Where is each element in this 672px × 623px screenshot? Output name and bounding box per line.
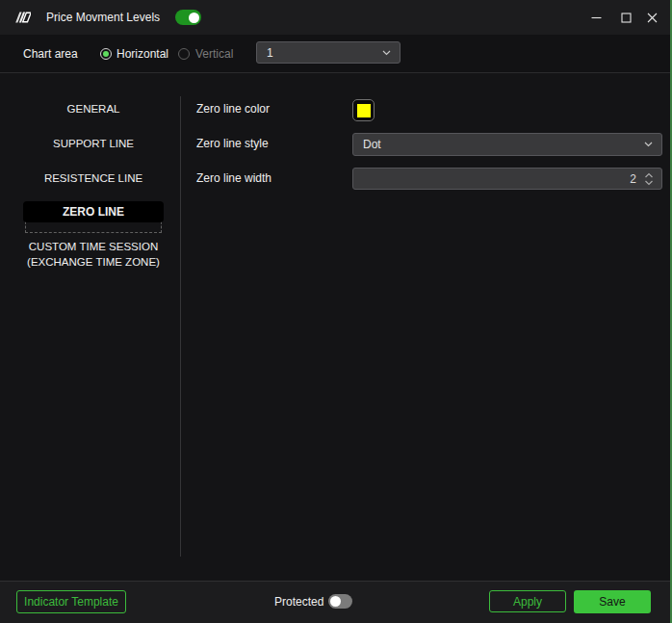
sidebar-item-general[interactable]: GENERAL [12, 100, 175, 117]
sidebar-item-support-line[interactable]: SUPPORT LINE [12, 135, 175, 152]
protected-label: Protected [274, 590, 323, 613]
zero-line-style-value: Dot [363, 134, 381, 155]
toggle-knob [189, 13, 199, 23]
sidebar-item-resistence-line[interactable]: RESISTENCE LINE [12, 169, 175, 187]
save-button[interactable]: Save [574, 590, 651, 613]
color-swatch-fill [357, 104, 371, 117]
close-button[interactable] [638, 0, 665, 35]
sidebar-item-custom-time-session[interactable]: CUSTOM TIME SESSION (EXCHANGE TIME ZONE) [12, 240, 175, 270]
minimize-button[interactable] [582, 0, 609, 35]
chart-pane-select-value: 1 [267, 42, 273, 63]
maximize-icon [621, 13, 632, 23]
zero-line-style-label: Zero line style [196, 135, 269, 153]
sidebar-item-line2: (EXCHANGE TIME ZONE) [12, 255, 175, 271]
zero-line-color-label: Zero line color [196, 100, 270, 118]
radio-horizontal[interactable] [100, 48, 112, 60]
minimize-icon [591, 13, 602, 23]
radio-horizontal-label[interactable]: Horizontal [116, 35, 168, 73]
apply-button[interactable]: Apply [489, 590, 566, 612]
zero-line-color-swatch[interactable] [352, 99, 375, 121]
radio-vertical[interactable] [178, 48, 190, 60]
indicator-settings-window: Price Movment Levels Chart area Horizont… [0, 0, 672, 623]
zero-line-width-spinbox[interactable]: 2 [352, 168, 662, 190]
sidebar-item-zero-line[interactable]: ZERO LINE [23, 201, 164, 222]
radio-vertical-label[interactable]: Vertical [195, 35, 233, 73]
chart-area-label: Chart area [23, 35, 78, 73]
window-title: Price Movment Levels [46, 0, 160, 35]
protected-toggle[interactable] [328, 594, 352, 609]
zero-line-style-select[interactable]: Dot [352, 133, 662, 156]
chevron-down-icon [644, 142, 653, 147]
app-logo-icon [15, 11, 31, 24]
toggle-knob [330, 596, 341, 607]
zero-line-width-label: Zero line width [196, 169, 271, 188]
sidebar-item-line1: CUSTOM TIME SESSION [12, 240, 175, 255]
titlebar: Price Movment Levels [0, 0, 672, 35]
maximize-button[interactable] [612, 0, 639, 35]
spinner-up-down-icon[interactable] [644, 172, 654, 186]
indicator-enabled-toggle[interactable] [175, 10, 201, 25]
indicator-template-button[interactable]: Indicator Template [16, 590, 126, 613]
chevron-down-icon [382, 50, 391, 56]
close-icon [647, 13, 658, 23]
sidebar-content-divider [180, 96, 181, 557]
radio-dot [103, 51, 109, 57]
zero-line-width-value: 2 [630, 169, 636, 189]
chart-pane-select[interactable]: 1 [256, 41, 401, 64]
